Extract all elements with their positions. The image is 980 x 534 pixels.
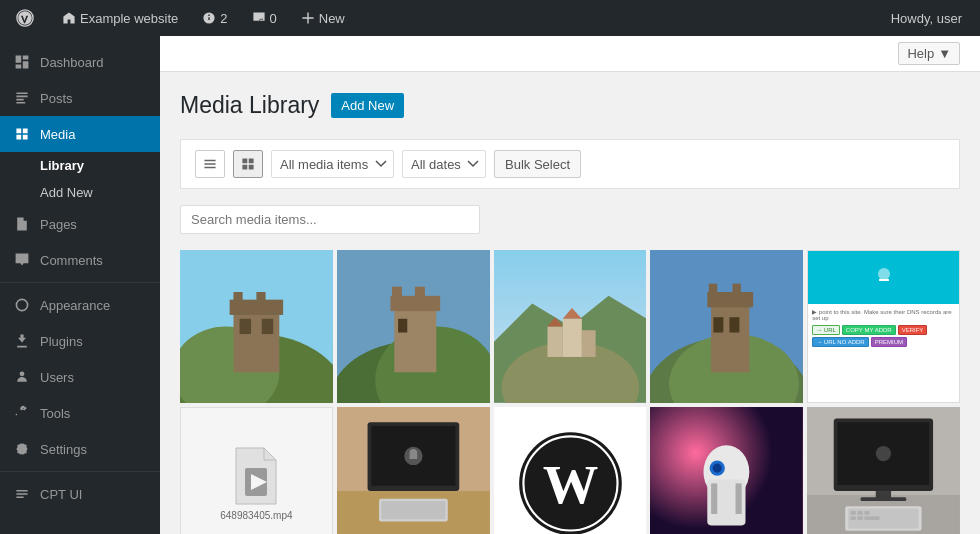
updates-adminbar[interactable]: 2 bbox=[196, 0, 233, 36]
page-area: Media Library Add New All media items bbox=[160, 72, 980, 534]
media-item[interactable] bbox=[180, 250, 333, 403]
comments-icon bbox=[12, 250, 32, 270]
sidebar-item-appearance[interactable]: Appearance bbox=[0, 287, 160, 323]
svg-rect-36 bbox=[730, 317, 740, 332]
svg-point-1 bbox=[20, 371, 25, 376]
bulk-select-button[interactable]: Bulk Select bbox=[494, 150, 581, 178]
svg-rect-71 bbox=[864, 516, 879, 520]
svg-rect-34 bbox=[733, 284, 741, 295]
media-item[interactable] bbox=[807, 407, 960, 534]
svg-rect-33 bbox=[709, 284, 717, 295]
grid-view-button[interactable] bbox=[233, 150, 263, 178]
sidebar-item-pages[interactable]: Pages bbox=[0, 206, 160, 242]
help-button[interactable]: Help ▼ bbox=[898, 42, 960, 65]
dashboard-icon bbox=[12, 52, 32, 72]
svg-rect-35 bbox=[714, 317, 724, 332]
cptui-icon bbox=[12, 484, 32, 504]
svg-rect-55 bbox=[712, 483, 718, 514]
page-header: Media Library Add New bbox=[180, 92, 960, 119]
new-content-adminbar[interactable]: New bbox=[295, 0, 351, 36]
svg-rect-56 bbox=[736, 483, 742, 514]
svg-rect-14 bbox=[394, 307, 436, 372]
sidebar-item-posts[interactable]: Posts bbox=[0, 80, 160, 116]
media-item[interactable] bbox=[650, 250, 803, 403]
media-filter-select[interactable]: All media items bbox=[271, 150, 394, 178]
toolbar: All media items All dates Bulk Select bbox=[180, 139, 960, 189]
svg-rect-70 bbox=[858, 516, 863, 520]
media-item[interactable] bbox=[494, 250, 647, 403]
add-new-button[interactable]: Add New bbox=[331, 93, 404, 118]
sidebar: Dashboard Posts Media Library Add New bbox=[0, 36, 160, 534]
svg-rect-68 bbox=[864, 511, 869, 515]
svg-text:W: W bbox=[542, 452, 598, 514]
video-filename: 648983405.mp4 bbox=[220, 510, 292, 521]
svg-rect-46 bbox=[381, 501, 445, 519]
sidebar-item-dashboard[interactable]: Dashboard bbox=[0, 44, 160, 80]
media-item[interactable] bbox=[337, 407, 490, 534]
sidebar-item-tools[interactable]: Tools bbox=[0, 395, 160, 431]
svg-rect-10 bbox=[262, 319, 273, 334]
media-item[interactable] bbox=[650, 407, 803, 534]
sidebar-item-comments[interactable]: Comments bbox=[0, 242, 160, 278]
sidebar-item-users[interactable]: Users bbox=[0, 359, 160, 395]
svg-rect-69 bbox=[851, 516, 856, 520]
date-filter-select[interactable]: All dates bbox=[402, 150, 486, 178]
plugins-icon bbox=[12, 331, 32, 351]
media-icon bbox=[12, 124, 32, 144]
main-content: Help ▼ Media Library Add New bbox=[160, 36, 980, 534]
svg-point-61 bbox=[876, 446, 891, 461]
media-item[interactable]: ▶ point to this site. Make sure their DN… bbox=[807, 250, 960, 403]
svg-rect-16 bbox=[392, 287, 402, 299]
svg-rect-18 bbox=[398, 319, 407, 333]
wp-logo-adminbar[interactable] bbox=[10, 0, 44, 36]
svg-rect-9 bbox=[240, 319, 251, 334]
svg-rect-24 bbox=[562, 319, 581, 357]
svg-rect-63 bbox=[861, 497, 907, 501]
svg-rect-66 bbox=[851, 511, 856, 515]
tools-icon bbox=[12, 403, 32, 423]
search-bar bbox=[180, 205, 960, 234]
list-view-button[interactable] bbox=[195, 150, 225, 178]
admin-bar: Example website 2 0 New Howdy, user bbox=[0, 0, 980, 36]
svg-rect-67 bbox=[858, 511, 863, 515]
page-title: Media Library bbox=[180, 92, 319, 119]
main-layout: Dashboard Posts Media Library Add New bbox=[0, 36, 980, 534]
sidebar-item-plugins[interactable]: Plugins bbox=[0, 323, 160, 359]
svg-rect-23 bbox=[547, 326, 562, 357]
help-bar: Help ▼ bbox=[160, 36, 980, 72]
submenu-library[interactable]: Library bbox=[0, 152, 160, 179]
media-item[interactable]: W bbox=[494, 407, 647, 534]
svg-rect-31 bbox=[712, 303, 750, 372]
sidebar-item-media[interactable]: Media bbox=[0, 116, 160, 152]
posts-icon bbox=[12, 88, 32, 108]
settings-icon bbox=[12, 439, 32, 459]
sidebar-item-settings[interactable]: Settings bbox=[0, 431, 160, 467]
search-input[interactable] bbox=[180, 205, 480, 234]
media-grid: ▶ point to this site. Make sure their DN… bbox=[180, 250, 960, 534]
comments-adminbar[interactable]: 0 bbox=[246, 0, 283, 36]
site-name-adminbar[interactable]: Example website bbox=[56, 0, 184, 36]
svg-point-37 bbox=[878, 268, 890, 280]
svg-rect-17 bbox=[415, 287, 425, 299]
media-item[interactable] bbox=[337, 250, 490, 403]
users-icon bbox=[12, 367, 32, 387]
svg-point-54 bbox=[713, 463, 722, 472]
submenu-add-new[interactable]: Add New bbox=[0, 179, 160, 206]
appearance-icon bbox=[12, 295, 32, 315]
pages-icon bbox=[12, 214, 32, 234]
sidebar-item-cptui[interactable]: CPT UI bbox=[0, 476, 160, 512]
svg-rect-25 bbox=[581, 330, 595, 357]
media-item[interactable]: 648983405.mp4 bbox=[180, 407, 333, 534]
svg-rect-7 bbox=[233, 292, 242, 303]
user-greeting[interactable]: Howdy, user bbox=[883, 11, 970, 26]
svg-rect-8 bbox=[256, 292, 265, 303]
